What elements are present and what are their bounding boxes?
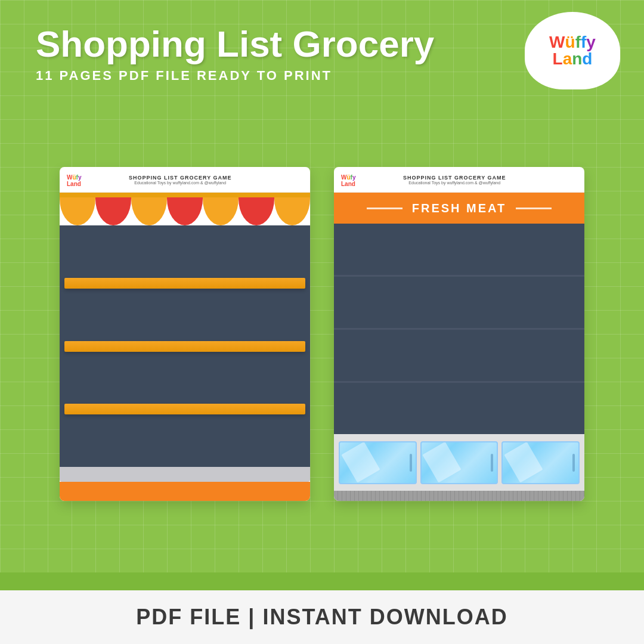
awning: [60, 193, 310, 225]
logo-letter-u: ü: [565, 33, 575, 51]
fridge-door-2: [420, 441, 499, 484]
left-page-card: Wüfy Land SHOPPING LIST GROCERY GAME Edu…: [60, 167, 310, 501]
card-logo-mini-left: Wüfy Land: [67, 172, 81, 187]
card-game-sub-right: Educational Toys by wuffyland.com & @wuf…: [403, 181, 506, 185]
mini-logo-y2: y: [352, 174, 356, 181]
svg-point-2: [95, 193, 131, 225]
card-logo-mini-right: Wüfy Land: [341, 172, 355, 187]
fridge-shelves: [334, 224, 584, 434]
fridge-row-2: [334, 277, 584, 330]
awning-svg: [60, 193, 310, 225]
scallop-8: [379, 572, 426, 590]
fridge-row-4: [334, 383, 584, 434]
card-game-title-left: SHOPPING LIST GROCERY GAME: [129, 175, 232, 181]
meat-title: FRESH MEAT: [412, 202, 507, 215]
shelf-board-1: [64, 278, 305, 289]
logo-letter-f: f: [575, 33, 581, 51]
scallop-5: [218, 572, 265, 590]
shelf-board-2: [64, 341, 305, 352]
fridge-door-handle-3: [572, 454, 575, 472]
fridge-doors: [334, 434, 584, 491]
shelf-unit: [60, 225, 310, 467]
shelf-section-3: [64, 352, 305, 404]
shelf-section-1: [64, 225, 305, 278]
mini-logo-land2: Land: [341, 181, 355, 187]
fridge-door-1: [339, 441, 417, 484]
card-game-title-right: SHOPPING LIST GROCERY GAME: [403, 175, 506, 181]
fridge-row-3: [334, 330, 584, 383]
scallop-2: [57, 572, 104, 590]
footer-bar: PDF FILE | INSTANT DOWNLOAD: [0, 590, 644, 644]
grass-bottom: PDF FILE | INSTANT DOWNLOAD: [0, 572, 644, 644]
mini-logo-y: y: [78, 174, 82, 181]
scallop-1: [3, 572, 51, 590]
logo-letter-a: a: [563, 49, 572, 68]
fridge-door-handle-2: [491, 454, 493, 472]
svg-point-7: [274, 193, 310, 225]
shelf-board-3: [64, 404, 305, 414]
card-header-right: Wüfy Land SHOPPING LIST GROCERY GAME Edu…: [334, 167, 584, 193]
fridge-base: [334, 491, 584, 501]
logo-letter-l: L: [553, 49, 563, 68]
logo-letter-w: W: [549, 33, 565, 51]
main-title: Shopping List Grocery: [36, 24, 608, 64]
scallop-4: [164, 572, 212, 590]
card-header-title-right: SHOPPING LIST GROCERY GAME Educational T…: [403, 175, 506, 185]
logo-container: Wüffy Land: [525, 12, 620, 89]
svg-point-4: [167, 193, 203, 225]
logo-letter-y: y: [586, 33, 596, 51]
shelf-footer-orange: [60, 482, 310, 501]
scallop-9: [432, 572, 480, 590]
logo-letter-d: d: [582, 49, 592, 68]
shelf-section-2: [64, 289, 305, 341]
cards-area: Wüfy Land SHOPPING LIST GROCERY GAME Edu…: [0, 131, 644, 537]
meat-line-right: [516, 208, 552, 209]
logo-letter-f2: f: [581, 33, 586, 51]
mini-logo-land: Land: [67, 181, 81, 187]
meat-banner: FRESH MEAT: [334, 193, 584, 224]
svg-point-1: [60, 193, 95, 225]
sub-title: 11 Pages PDF File Ready To Print: [36, 68, 608, 83]
fridge-door-handle-1: [410, 454, 412, 472]
svg-point-6: [239, 193, 274, 225]
shelf-section-4: [64, 414, 305, 467]
svg-point-5: [203, 193, 239, 225]
logo-line2: Land: [553, 51, 593, 67]
card-header-title-left: SHOPPING LIST GROCERY GAME Educational T…: [129, 175, 232, 185]
scallop-3: [110, 572, 158, 590]
svg-point-3: [131, 193, 167, 225]
footer-text: PDF FILE | INSTANT DOWNLOAD: [136, 605, 507, 630]
shelf-bottom-base: [60, 467, 310, 482]
logo-line1: Wüffy: [549, 34, 596, 51]
grass-scallops: [0, 572, 644, 590]
svg-rect-8: [60, 193, 310, 197]
scallop-7: [325, 572, 373, 590]
scallop-11: [540, 572, 587, 590]
card-header-left: Wüfy Land SHOPPING LIST GROCERY GAME Edu…: [60, 167, 310, 193]
scallop-6: [271, 572, 319, 590]
fridge-door-3: [501, 441, 580, 484]
scallop-10: [486, 572, 534, 590]
card-game-sub-left: Educational Toys by wuffyland.com & @wuf…: [129, 181, 232, 185]
meat-line-left: [367, 208, 402, 209]
logo-letter-n: n: [572, 49, 582, 68]
fridge-row-1: [334, 224, 584, 277]
right-page-card: Wüfy Land SHOPPING LIST GROCERY GAME Edu…: [334, 167, 584, 501]
scallop-12: [593, 572, 641, 590]
